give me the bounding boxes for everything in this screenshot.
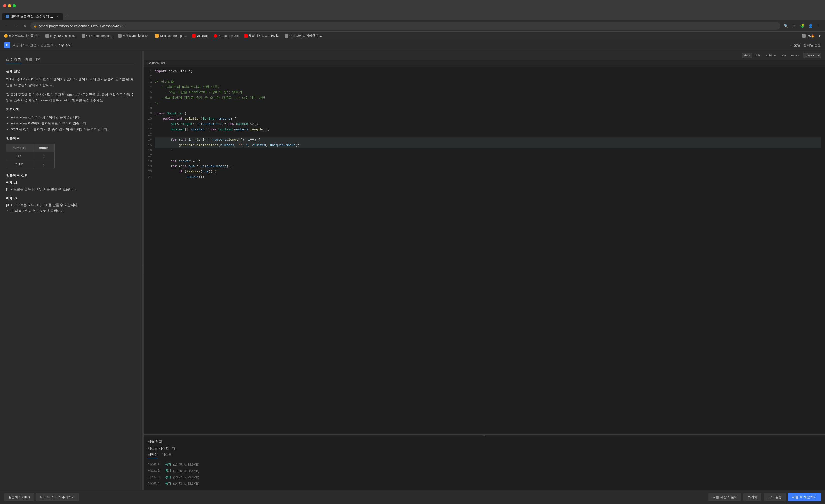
menu-icon[interactable]: ⋮ bbox=[815, 22, 822, 29]
token: ()]; bbox=[262, 128, 270, 131]
extensions-icon[interactable]: 🧩 bbox=[799, 22, 806, 29]
back-button[interactable]: ← bbox=[3, 22, 10, 29]
bookmark-item-2[interactable]: Git remote branch... bbox=[79, 33, 115, 39]
code-line-13 bbox=[155, 132, 821, 138]
tab-title: 코딩테스트 연습 - 소수 찾기 | 프로... bbox=[11, 14, 53, 19]
maximize-button[interactable] bbox=[13, 4, 16, 7]
bookmark-favicon-1 bbox=[46, 34, 49, 38]
token: - 1자리부터 n자리까지의 조합 만들기 bbox=[155, 85, 221, 89]
bookmarks-more-button[interactable]: » bbox=[817, 33, 823, 39]
bookmark-favicon-9 bbox=[802, 34, 806, 38]
theme-emacs-button[interactable]: emacs bbox=[789, 53, 802, 58]
token: visited bbox=[191, 128, 205, 131]
line-number-20: 20 bbox=[144, 169, 152, 174]
bookmark-label-6: YouTube Music bbox=[218, 34, 239, 38]
tab-submissions[interactable]: 제출 내역 bbox=[25, 56, 41, 64]
code-lines[interactable]: import java.util.*; /* 알고리즘 - 1자리부터 n자리까… bbox=[155, 69, 825, 432]
results-header: 실행 결과 bbox=[148, 439, 821, 444]
forward-button[interactable]: → bbox=[12, 22, 19, 29]
url-bar[interactable]: 🔒 school.programmers.co.kr/learn/courses… bbox=[30, 22, 780, 30]
token: < bbox=[177, 122, 179, 126]
example-text-0: [1, 7]으로는 소수 [7, 17, 71]를 만들 수 있습니다. bbox=[6, 187, 136, 192]
token bbox=[155, 138, 171, 142]
close-button[interactable] bbox=[3, 4, 6, 7]
line-number-1: 1 bbox=[144, 69, 152, 74]
bookmark-item-1[interactable]: tony9402/baekjoo... bbox=[44, 33, 79, 39]
language-select[interactable]: Java ▾ bbox=[803, 53, 821, 58]
token bbox=[234, 122, 236, 126]
code-line-19: for (int num : uniqueNumbers) { bbox=[155, 164, 821, 169]
minimize-button[interactable] bbox=[8, 4, 11, 7]
bookmark-item-8[interactable]: 내가 보려고 정리한 정... bbox=[283, 33, 324, 39]
submit-button[interactable]: 제출 후 채점하기 bbox=[788, 493, 821, 501]
token: uniqueNumbers bbox=[197, 122, 222, 126]
results-tab-accuracy[interactable]: 정확성 bbox=[148, 452, 158, 458]
token: int bbox=[171, 159, 176, 163]
token: = bbox=[222, 122, 228, 126]
token: numbers bbox=[220, 143, 234, 147]
results-tab-test[interactable]: 테스트 bbox=[162, 452, 172, 458]
line-number-18: 18 bbox=[144, 159, 152, 164]
breadcrumb-item-1[interactable]: 완전탐색 bbox=[41, 43, 54, 48]
run-code-button[interactable]: 코드 실행 bbox=[763, 493, 786, 501]
bookmark-item-3[interactable]: 커밋(commit) 날짜... bbox=[116, 33, 152, 39]
theme-vim-button[interactable]: vim bbox=[779, 53, 788, 58]
compile-options-button[interactable]: 컴파일 옵션 bbox=[804, 43, 821, 48]
results-panel: 실행 결과 채점을 시작합니다. 정확성 테스트 테스트 1 통과 (13.45… bbox=[144, 436, 825, 490]
app-logo: P bbox=[4, 42, 10, 48]
token: uniqueNumbers bbox=[270, 143, 296, 147]
code-line-9: class Solution { bbox=[155, 111, 821, 116]
test-label-2: 테스트 3 bbox=[148, 475, 163, 479]
bookmark-item-5[interactable]: YouTube bbox=[190, 33, 211, 39]
bookmark-favicon-8 bbox=[285, 34, 288, 38]
token bbox=[155, 175, 187, 179]
add-test-case-button[interactable]: 테스트 케이스 추가하기 bbox=[36, 493, 79, 501]
code-editor[interactable]: 123456789101112131415161718192021 import… bbox=[144, 67, 825, 434]
line-number-11: 11 bbox=[144, 122, 152, 127]
tab-problem[interactable]: 소수 찾기 bbox=[6, 56, 21, 64]
editor-results-divider[interactable]: ≡ bbox=[144, 434, 825, 436]
token: i bbox=[203, 138, 205, 142]
token: length bbox=[228, 138, 240, 142]
bookmark-item-9[interactable]: DS🔥 bbox=[801, 33, 816, 39]
token: new bbox=[228, 122, 234, 126]
tab-close-button[interactable]: ✕ bbox=[55, 14, 60, 18]
profile-icon[interactable]: 👤 bbox=[807, 22, 814, 29]
new-tab-button[interactable]: + bbox=[64, 13, 71, 20]
content-area: 소수 찾기 제출 내역 문제 설명 한자리 숫자가 적힌 종이 조각이 흩어져있… bbox=[0, 51, 825, 490]
code-line-12: boolean[] visited = new boolean[numbers.… bbox=[155, 127, 821, 132]
theme-sublime-button[interactable]: sublime bbox=[764, 53, 778, 58]
breadcrumb-current: 소수 찾기 bbox=[58, 43, 72, 48]
theme-light-button[interactable]: light bbox=[753, 53, 763, 58]
resize-handle[interactable] bbox=[142, 51, 144, 490]
theme-dark-button[interactable]: dark bbox=[742, 53, 752, 58]
bookmark-item-0[interactable]: 코딩테스트 대비를 위... bbox=[2, 33, 43, 39]
token: ); bbox=[296, 143, 300, 147]
bookmark-label-9: DS🔥 bbox=[807, 34, 815, 38]
bookmark-item-6[interactable]: YouTube Music bbox=[212, 33, 241, 39]
help-button[interactable]: 도움말 bbox=[791, 43, 800, 48]
editor-area[interactable]: 123456789101112131415161718192021 import… bbox=[144, 67, 825, 434]
question-button[interactable]: 질문하기 (107) bbox=[4, 493, 34, 501]
breadcrumb-item-0[interactable]: 코딩테스트 연습 bbox=[12, 43, 36, 48]
search-icon[interactable]: 🔍 bbox=[782, 22, 790, 29]
test-results-list: 테스트 1 통과 (13.45ms, 88.9MB) 테스트 2 통과 (17.… bbox=[148, 461, 821, 487]
token: = bbox=[205, 128, 210, 131]
token: (); bbox=[240, 138, 248, 142]
bookmark-item-4[interactable]: Discover the top s... bbox=[153, 33, 189, 39]
bookmark-item-7[interactable]: 채널 대시보드 - YouT... bbox=[242, 33, 282, 39]
other-solutions-button[interactable]: 다른 사람의 풀이 bbox=[708, 493, 741, 501]
token bbox=[155, 143, 179, 147]
initialize-button[interactable]: 초기화 bbox=[743, 493, 761, 501]
io-explain-header: 입출력 예 설명 bbox=[6, 173, 136, 178]
token: if bbox=[179, 170, 183, 173]
code-line-11: Set<Integer> uniqueNumbers = new HashSet… bbox=[155, 122, 821, 127]
token: Integer bbox=[179, 122, 193, 126]
browser-tab[interactable]: P 코딩테스트 연습 - 소수 찾기 | 프로... ✕ bbox=[2, 13, 63, 20]
bookmarks-bar: 코딩테스트 대비를 위... tony9402/baekjoo... Git r… bbox=[0, 31, 825, 40]
left-panel: 소수 찾기 제출 내역 문제 설명 한자리 숫자가 적힌 종이 조각이 흩어져있… bbox=[0, 51, 142, 490]
lock-icon: 🔒 bbox=[33, 24, 37, 28]
bookmark-icon[interactable]: ☆ bbox=[791, 22, 798, 29]
token bbox=[155, 159, 171, 163]
reload-button[interactable]: ↻ bbox=[21, 22, 28, 29]
